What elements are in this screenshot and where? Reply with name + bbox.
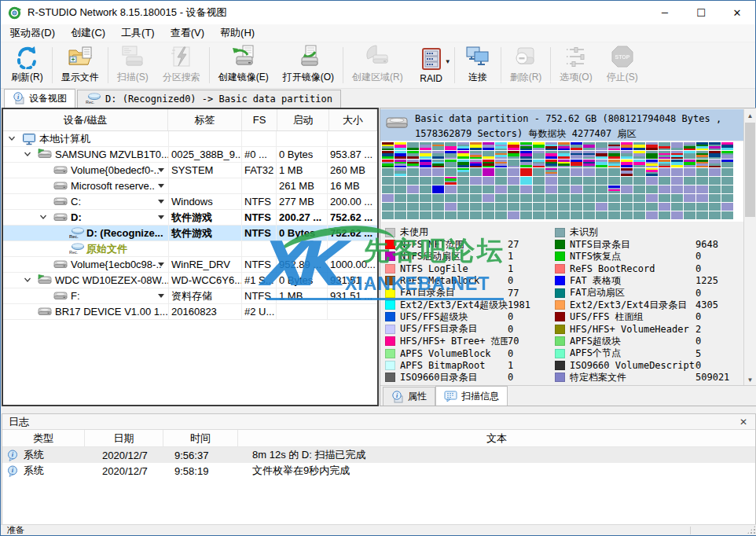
chevron-down-icon[interactable]	[158, 184, 164, 188]
chevron-down-icon[interactable]	[8, 134, 17, 144]
block-cell	[432, 211, 444, 219]
table-row[interactable]: WDC WD10EZEX-08W...WD-WCC6Y6...#1 S...0 …	[3, 273, 377, 288]
log-title: 日志	[9, 415, 29, 429]
minimize-button[interactable]: ─	[647, 1, 683, 24]
tab-scan-info[interactable]: 扫描信息	[435, 386, 508, 406]
toolbar-button-label: 创建镜像(E)	[218, 71, 269, 84]
toolbar-button-show-files[interactable]: 显示文件	[54, 42, 106, 88]
tab-properties[interactable]: i属性	[383, 387, 435, 406]
cell-size: 16 MB	[327, 178, 377, 194]
block-cell	[533, 151, 545, 159]
table-row[interactable]: Volume{0bedecf0-..SYSTEMFAT321 MB260 MB	[3, 163, 377, 178]
table-row[interactable]: Rec.原始文件	[3, 241, 377, 257]
block-cell	[684, 177, 695, 185]
log-text: 文件枚举在9秒内完成	[238, 464, 755, 478]
column-header-4[interactable]: 大小	[329, 109, 377, 130]
cell-label: SYSTEM	[168, 163, 241, 178]
legend-row: HFS/HFS+ VolumeHeader2	[555, 323, 743, 335]
maximize-button[interactable]: ☐	[683, 1, 719, 24]
block-cell	[696, 194, 708, 202]
table-row[interactable]: Volume{1ecb0c98-..WinRE_DRVNTFS952.89 ..…	[3, 257, 377, 273]
table-row[interactable]: C:WindowsNTFS277 MB200.00 ...	[3, 194, 377, 210]
status-text: 准备	[1, 524, 24, 536]
scroll-thumb[interactable]	[745, 123, 755, 217]
column-header-2[interactable]: FS	[242, 109, 277, 130]
log-row[interactable]: i系统2020/12/79:56:378m 12s 的 D: 扫描已完成	[2, 447, 755, 463]
device-name-cell: 本地计算机	[3, 131, 168, 147]
block-cell	[508, 177, 519, 185]
column-header-0[interactable]: 设备/磁盘	[3, 109, 168, 130]
menu-item-3[interactable]: 查看(V)	[163, 24, 212, 42]
table-row[interactable]: SAMSUNG MZVLB1T0...0025_388B_9...#0 ...0…	[3, 147, 377, 163]
block-cell	[395, 177, 406, 185]
chevron-down-icon[interactable]	[39, 213, 49, 222]
log-column-header-1[interactable]: 日期	[85, 430, 163, 446]
menu-item-2[interactable]: 工具(T)	[113, 24, 163, 42]
column-header-1[interactable]: 标签	[168, 109, 242, 130]
log-column-header-3[interactable]: 文本	[238, 430, 755, 446]
scroll-up-icon[interactable]: ▲	[744, 109, 756, 122]
block-cell	[382, 185, 394, 193]
table-row[interactable]: D:软件游戏NTFS200.27 ...752.62 ...	[3, 210, 377, 226]
menu-item-4[interactable]: 帮助(H)	[212, 24, 262, 42]
toolbar-button-refresh[interactable]: 刷新(R)	[4, 42, 50, 88]
block-cell	[382, 203, 394, 211]
block-cell	[721, 211, 733, 219]
toolbar-button-create-image[interactable]: 创建镜像(E)	[211, 42, 276, 88]
column-header-3[interactable]: 启动	[277, 109, 329, 130]
legend-label: 特定档案文件	[570, 371, 695, 384]
table-row[interactable]: 本地计算机	[3, 131, 377, 147]
legend-count: 9648	[695, 239, 718, 250]
block-cell	[684, 203, 695, 211]
scan-legend: 未使用NTFS MFT范围27NTFS启动扇区1NTFS LogFile1ReF…	[380, 225, 743, 387]
resize-grip[interactable]	[747, 525, 756, 534]
block-cell	[684, 211, 695, 219]
chevron-down-icon[interactable]	[158, 215, 164, 219]
tab-recognized-partition[interactable]: Rec.D: (Recognized0) -> Basic data parti…	[77, 90, 341, 108]
tab-device-view[interactable]: i设备视图	[4, 89, 75, 108]
chevron-down-icon[interactable]	[24, 276, 33, 285]
toolbar-button-raid[interactable]: RAID▼	[410, 42, 453, 88]
block-cell	[596, 168, 607, 176]
toolbar-button-open-image[interactable]: 打开镜像(O)	[276, 42, 341, 88]
menu-item-0[interactable]: 驱动器(D)	[2, 24, 63, 42]
chevron-down-icon[interactable]	[158, 200, 164, 204]
table-row[interactable]: Microsoft reserve..261 MB16 MB	[3, 178, 377, 194]
block-cell	[696, 142, 708, 150]
chevron-down-icon[interactable]	[158, 262, 164, 266]
block-cell	[457, 142, 469, 150]
block-cell	[533, 160, 545, 167]
log-row[interactable]: i系统2020/12/79:58:19文件枚举在9秒内完成	[2, 463, 755, 479]
cell-fs	[241, 131, 276, 147]
scan-scrollbar[interactable]: ▲ ▼	[743, 109, 756, 386]
legend-row: FAT启动扇区0	[555, 287, 743, 299]
block-cell	[470, 194, 482, 202]
scan-block-map[interactable]	[381, 141, 743, 222]
menu-item-1[interactable]: 创建(C)	[63, 24, 113, 42]
chevron-down-icon[interactable]	[158, 294, 164, 298]
legend-count: 77	[508, 288, 519, 299]
tab-label: 扫描信息	[461, 390, 499, 403]
legend-row: FAT 表格项1225	[555, 275, 743, 287]
block-cell	[633, 211, 645, 219]
table-row[interactable]: F:资料存储NTFS1 MB931.51 ...	[3, 288, 377, 304]
log-close-button[interactable]: ✕	[736, 415, 750, 429]
block-cell	[470, 211, 482, 219]
close-button[interactable]: ✕	[719, 1, 755, 24]
log-column-header-2[interactable]: 时间	[163, 430, 238, 446]
cell-fs: NTFS	[241, 257, 276, 273]
legend-color-swatch	[555, 240, 565, 249]
table-row[interactable]: BR17 DEVICE V1.00 1....20160823#2 U...	[3, 304, 377, 320]
chevron-down-icon[interactable]	[158, 168, 164, 172]
cell-start: 0 Bytes	[276, 226, 327, 241]
partition-search-icon	[169, 44, 194, 69]
block-cell	[608, 168, 620, 176]
table-row[interactable]: Rec.D: (Recognize...软件游戏NTFS0 Bytes752.6…	[3, 226, 377, 241]
chevron-down-icon[interactable]: ▼	[445, 58, 451, 65]
chevron-down-icon[interactable]	[24, 150, 33, 160]
scroll-down-icon[interactable]: ▼	[744, 373, 756, 386]
toolbar-button-connect[interactable]: 连接	[457, 42, 499, 88]
legend-color-swatch	[385, 264, 395, 274]
block-cell	[684, 194, 695, 202]
log-column-header-0[interactable]: 类型	[2, 430, 85, 446]
